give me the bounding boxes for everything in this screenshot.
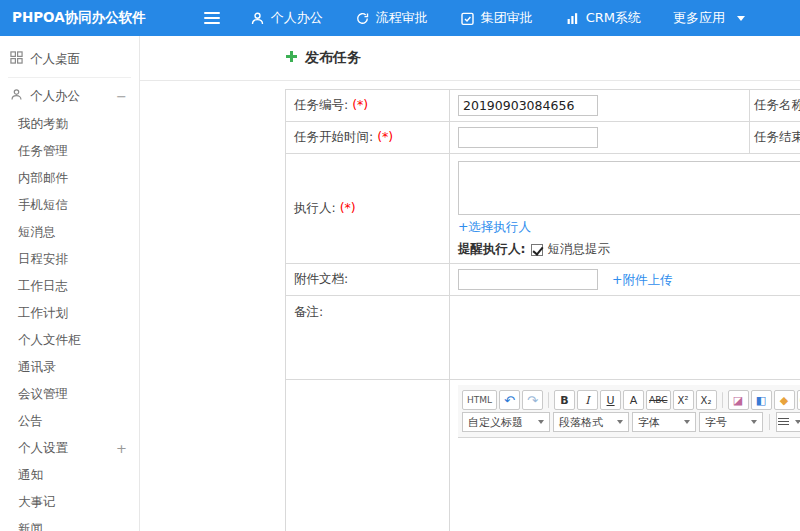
sidebar-group-personal-office[interactable]: 个人办公 −	[0, 81, 139, 111]
custom-title-select-label: 自定义标题	[468, 415, 523, 430]
sms-remind-option-label: 短消息提示	[548, 241, 611, 258]
sidebar-item-desktop[interactable]: 个人桌面	[0, 44, 139, 74]
paragraph-format-select[interactable]: 段落格式	[553, 412, 629, 432]
nav-more-apps[interactable]: 更多应用	[657, 0, 761, 36]
nav-crm-system[interactable]: CRM系统	[549, 0, 657, 36]
attachment-label: 附件文档:	[286, 264, 450, 296]
editor-align-buttons	[776, 412, 800, 432]
hamburger-menu-icon[interactable]	[204, 12, 220, 24]
row-task-number: 任务编号:(*) 任务名称:(*)	[286, 90, 800, 122]
row-attachment: 附件文档: +附件上传	[286, 264, 800, 296]
sidebar-item-label: 工作日志	[18, 278, 68, 295]
sidebar-item[interactable]: 会议管理	[0, 381, 139, 408]
row-executor: 执行人:(*) +选择执行人 提醒执行人: 短消息提示	[286, 154, 800, 264]
sidebar-item[interactable]: 内部邮件	[0, 165, 139, 192]
collapse-toggle-icon[interactable]: −	[116, 89, 127, 104]
task-number-label: 任务编号:(*)	[286, 90, 450, 122]
redo-button[interactable]: ↷	[522, 390, 543, 410]
sidebar-item-label: 内部邮件	[18, 170, 68, 187]
sidebar-item[interactable]: 任务管理	[0, 138, 139, 165]
editor-body[interactable]	[458, 438, 800, 531]
user-icon	[250, 11, 265, 26]
font-style-button[interactable]: A	[623, 390, 644, 410]
editor-dropdowns: 自定义标题段落格式字体字号	[462, 412, 763, 432]
person-icon	[10, 88, 23, 104]
subscript-button[interactable]: X₂	[696, 390, 717, 410]
sidebar-item[interactable]: 短消息	[0, 219, 139, 246]
align-left-icon	[778, 418, 789, 427]
task-form-table: 任务编号:(*) 任务名称:(*) 任务开始时间:(*)	[285, 89, 800, 531]
italic-button[interactable]: I	[577, 390, 598, 410]
font-size-select[interactable]: 字号	[699, 412, 763, 432]
row-description: 任务描述:(*) HTML↶↷BIUAABCX²X₂◪◧◆66A 自定义标题段落…	[286, 380, 800, 531]
sidebar-item[interactable]: 大事记	[0, 489, 139, 516]
sms-remind-checkbox[interactable]	[531, 244, 543, 256]
topbar: PHPOA协同办公软件 个人办公 流程审批	[0, 0, 800, 36]
sidebar-item[interactable]: 新闻	[0, 516, 139, 531]
sidebar-item[interactable]: 工作日志	[0, 273, 139, 300]
page-title: 发布任务	[305, 49, 361, 67]
font-size-select-label: 字号	[705, 415, 727, 430]
blockquote-button[interactable]: 66	[797, 390, 800, 410]
desktop-grid-icon	[10, 51, 23, 67]
start-time-label: 任务开始时间:(*)	[286, 122, 450, 154]
task-number-input[interactable]	[458, 95, 598, 116]
sidebar-item[interactable]: 手机短信	[0, 192, 139, 219]
superscript-button[interactable]: X²	[673, 390, 694, 410]
nav-personal-office[interactable]: 个人办公	[234, 0, 339, 36]
chevron-down-icon	[684, 420, 690, 424]
page-header: 发布任务	[140, 36, 800, 81]
nav-group-approval[interactable]: 集团审批	[444, 0, 549, 36]
custom-title-select[interactable]: 自定义标题	[462, 412, 550, 432]
editor-toolbar-row1: HTML↶↷BIUAABCX²X₂◪◧◆66A	[462, 390, 800, 410]
align-left-button[interactable]	[776, 412, 800, 432]
strikethrough-button[interactable]: ABC	[646, 390, 670, 410]
bold-button[interactable]: B	[554, 390, 575, 410]
toolbar-separator	[548, 392, 549, 408]
sidebar-item[interactable]: 我的考勤	[0, 111, 139, 138]
remark-textarea[interactable]	[458, 301, 800, 371]
sidebar-item[interactable]: 工作计划	[0, 300, 139, 327]
sidebar-item-label: 个人设置	[18, 440, 68, 457]
remark-label: 备注:	[286, 296, 450, 380]
sidebar-item[interactable]: 通讯录	[0, 354, 139, 381]
attachment-input[interactable]	[458, 269, 598, 290]
remove-format-button[interactable]: ◪	[728, 390, 749, 410]
sidebar-item[interactable]: 通知	[0, 462, 139, 489]
sidebar-item[interactable]: 公告	[0, 408, 139, 435]
chevron-down-icon	[538, 420, 544, 424]
start-time-input[interactable]	[458, 127, 598, 148]
sidebar-item-label: 会议管理	[18, 386, 68, 403]
chart-icon	[565, 11, 580, 26]
undo-button[interactable]: ↶	[499, 390, 520, 410]
sidebar-item-label: 通讯录	[18, 359, 56, 376]
underline-button[interactable]: U	[600, 390, 621, 410]
chevron-down-icon	[751, 420, 757, 424]
sidebar-item[interactable]: 个人设置 +	[0, 435, 139, 462]
expand-toggle-icon[interactable]: +	[116, 441, 127, 456]
sidebar-item-label: 短消息	[18, 224, 56, 241]
sidebar-item-label: 任务管理	[18, 143, 68, 160]
attachment-upload-link[interactable]: +附件上传	[612, 272, 672, 287]
nav-process-approval[interactable]: 流程审批	[339, 0, 444, 36]
sidebar-item[interactable]: 日程安排	[0, 246, 139, 273]
chevron-down-icon	[737, 16, 745, 21]
editor-toolbar-row2: 自定义标题段落格式字体字号	[462, 412, 800, 432]
executor-box[interactable]	[458, 161, 800, 215]
format-brush-button[interactable]: ◧	[751, 390, 772, 410]
chevron-down-icon	[617, 420, 623, 424]
font-family-select[interactable]: 字体	[632, 412, 696, 432]
paragraph-format-select-label: 段落格式	[559, 415, 603, 430]
sidebar: 个人桌面 个人办公 − 我的考勤 任务管理 内部邮件 手机短信 短消息	[0, 36, 140, 531]
sidebar-item[interactable]: 个人文件柜	[0, 327, 139, 354]
task-name-label: 任务名称:(*)	[750, 90, 800, 122]
toolbar-separator	[769, 414, 770, 430]
choose-executor-link[interactable]: +选择执行人	[458, 219, 531, 234]
highlight-button[interactable]: ◆	[774, 390, 795, 410]
sidebar-item-label: 个人文件柜	[18, 332, 81, 349]
process-icon	[355, 11, 370, 26]
sidebar-item-label: 工作计划	[18, 305, 68, 322]
sidebar-item-label: 新闻	[18, 521, 43, 531]
sidebar-item-label: 公告	[18, 413, 43, 430]
html-source-button[interactable]: HTML	[462, 390, 497, 410]
